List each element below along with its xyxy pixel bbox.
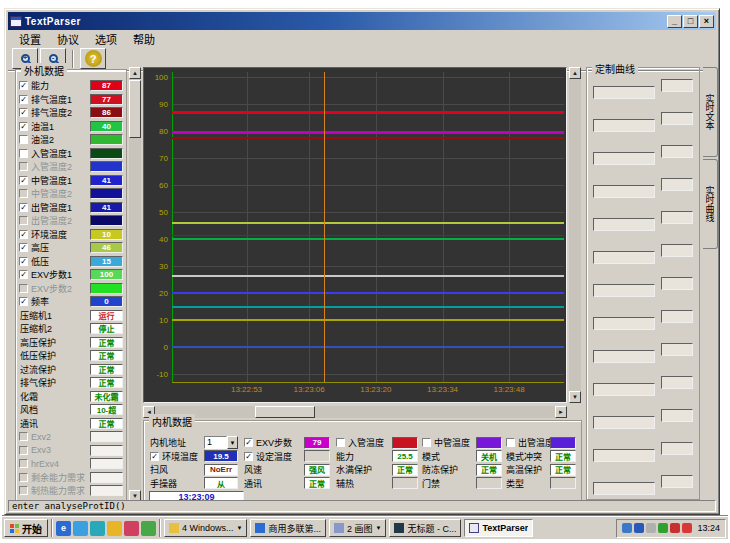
curve-value-field-3[interactable] [661, 178, 693, 191]
checkbox[interactable] [19, 284, 28, 293]
left-panel-scrollbar[interactable]: ▲ ▼ [129, 67, 141, 502]
curve-value-field-8[interactable] [661, 343, 693, 356]
checkbox[interactable] [19, 216, 28, 225]
checkbox[interactable] [19, 135, 28, 144]
checkbox[interactable]: ✓ [19, 230, 28, 239]
task-button-0[interactable]: 4 Windows...▼ [164, 519, 247, 537]
player-icon[interactable] [90, 521, 105, 536]
tool-icon[interactable] [141, 521, 156, 536]
curve-value-field-5[interactable] [661, 244, 693, 257]
task-button-1[interactable]: 商用多联第... [250, 519, 326, 537]
curve-name-field-0[interactable] [593, 86, 655, 99]
chevron-down-icon[interactable]: ▼ [237, 525, 243, 531]
chart-h-scrollbar[interactable]: ◄ ► [143, 406, 567, 418]
checkbox[interactable] [19, 432, 28, 441]
menu-item-0[interactable]: 设置 [12, 30, 48, 48]
browser-icon[interactable]: e [56, 521, 71, 536]
volume-tray-icon[interactable] [646, 523, 656, 533]
alarm-tray-icon[interactable] [682, 523, 692, 533]
checkbox[interactable] [336, 438, 345, 447]
checkbox[interactable]: ✓ [19, 270, 28, 279]
checkbox[interactable]: ✓ [19, 257, 28, 266]
tab-realtime-text[interactable]: 实时文本 [703, 67, 718, 157]
folder-icon[interactable] [107, 521, 122, 536]
task-button-4[interactable]: TextParser [464, 519, 533, 537]
checkbox[interactable]: ✓ [19, 176, 28, 185]
curve-value-field-12[interactable] [661, 475, 693, 488]
indoor-address-dropdown[interactable]: 1▼ [204, 436, 238, 449]
restore-button[interactable]: □ [683, 15, 698, 28]
checkbox[interactable] [19, 473, 28, 482]
curve-name-field-12[interactable] [593, 482, 655, 495]
task-button-3[interactable]: 无标题 - C... [389, 519, 461, 537]
checkbox[interactable] [19, 486, 28, 495]
checkbox[interactable]: ✓ [19, 95, 28, 104]
checkbox[interactable]: ✓ [19, 297, 28, 306]
curve-value-field-9[interactable] [661, 376, 693, 389]
checkbox[interactable] [19, 446, 28, 455]
curve-value-field-1[interactable] [661, 112, 693, 125]
curve-value-field-10[interactable] [661, 409, 693, 422]
checkbox[interactable]: ✓ [244, 452, 253, 461]
curve-name-field-11[interactable] [593, 449, 655, 462]
checkbox[interactable]: ✓ [19, 243, 28, 252]
menu-item-2[interactable]: 选项 [88, 30, 124, 48]
help-button[interactable]: ? [80, 48, 106, 69]
checkbox[interactable]: ✓ [244, 438, 253, 447]
curve-value-field-7[interactable] [661, 310, 693, 323]
checkbox[interactable]: ✓ [19, 122, 28, 131]
curve-name-field-4[interactable] [593, 218, 655, 231]
title-bar[interactable]: TextParser _ □ × [8, 12, 716, 30]
tab-realtime-curves[interactable]: 实时曲线 [703, 159, 718, 249]
trend-chart[interactable]: 1009080706050403020100-1013:22:5313:23:0… [143, 67, 567, 403]
checkbox[interactable] [506, 438, 515, 447]
curve-name-field-10[interactable] [593, 416, 655, 429]
curve-value-field-0[interactable] [661, 79, 693, 92]
curve-value-field-11[interactable] [661, 442, 693, 455]
curve-name-field-6[interactable] [593, 284, 655, 297]
menu-item-3[interactable]: 帮助 [126, 30, 162, 48]
menu-item-1[interactable]: 协议 [50, 30, 86, 48]
curve-value-field-6[interactable] [661, 277, 693, 290]
task-button-2[interactable]: 2 画图▼ [329, 519, 386, 537]
curve-name-field-3[interactable] [593, 185, 655, 198]
checkbox[interactable] [19, 162, 28, 171]
status-bar: enter analyseProtID() [8, 500, 716, 512]
scroll-up-icon[interactable]: ▲ [129, 67, 141, 79]
curve-name-field-1[interactable] [593, 119, 655, 132]
curve-name-field-8[interactable] [593, 350, 655, 363]
mail-icon[interactable] [124, 521, 139, 536]
x-gridline [247, 72, 248, 382]
network-tray-icon[interactable] [658, 523, 668, 533]
curve-value-field-4[interactable] [661, 211, 693, 224]
checkbox[interactable]: ✓ [19, 108, 28, 117]
minimize-button[interactable]: _ [667, 15, 682, 28]
scroll-right-icon[interactable]: ► [555, 406, 567, 418]
checkbox[interactable]: ✓ [19, 81, 28, 90]
curve-name-field-7[interactable] [593, 317, 655, 330]
curve-name-field-5[interactable] [593, 251, 655, 264]
checkbox[interactable] [422, 438, 431, 447]
modem-tray-icon[interactable] [622, 523, 632, 533]
curve-name-field-9[interactable] [593, 383, 655, 396]
scroll-down-icon[interactable]: ▼ [569, 391, 581, 403]
antivirus-tray-icon[interactable] [670, 523, 680, 533]
messenger-tray-icon[interactable] [634, 523, 644, 533]
h-scrollbar-thumb[interactable] [255, 406, 315, 418]
curve-value-field-2[interactable] [661, 145, 693, 158]
checkbox[interactable] [19, 459, 28, 468]
start-button[interactable]: 开始 [4, 519, 48, 537]
chevron-down-icon[interactable]: ▼ [376, 525, 382, 531]
close-button[interactable]: × [699, 15, 714, 28]
checkbox[interactable] [19, 189, 28, 198]
scroll-up-icon[interactable]: ▲ [569, 67, 581, 79]
checkbox[interactable] [19, 149, 28, 158]
checkbox[interactable]: ✓ [19, 203, 28, 212]
chevron-down-icon[interactable]: ▼ [227, 436, 238, 449]
messenger-icon[interactable] [73, 521, 88, 536]
outdoor-item-10: 出管温度2 [19, 214, 123, 228]
checkbox[interactable]: ✓ [150, 452, 159, 461]
chart-v-scrollbar[interactable]: ▲ ▼ [569, 67, 581, 403]
scrollbar-thumb[interactable] [129, 80, 141, 138]
curve-name-field-2[interactable] [593, 152, 655, 165]
